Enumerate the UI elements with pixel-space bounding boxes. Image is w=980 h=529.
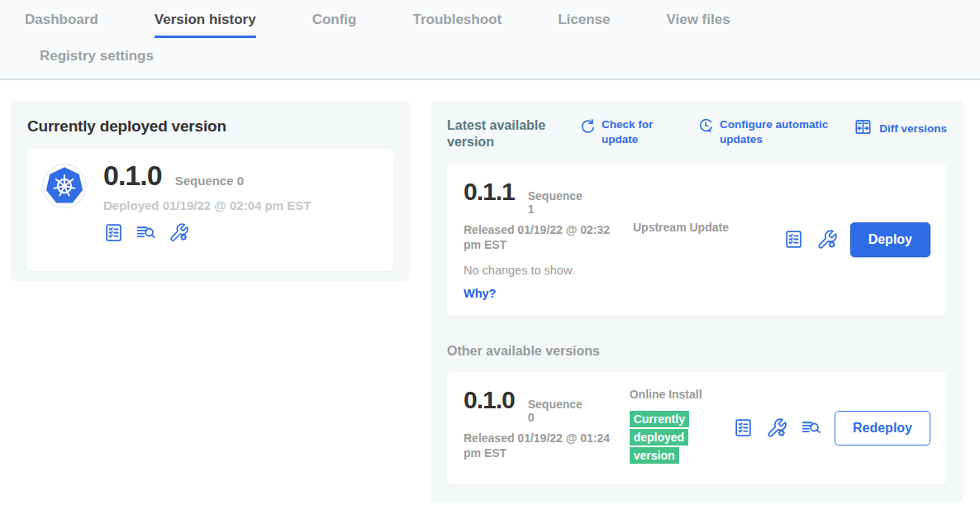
- currently-deployed-title: Currently deployed version: [27, 117, 393, 136]
- check-for-update-link[interactable]: Check for update: [579, 117, 664, 146]
- tab-dashboard[interactable]: Dashboard: [25, 12, 98, 36]
- available-versions-panel: Latest available version Check for updat…: [431, 101, 963, 503]
- top-navigation: Dashboard Version history Config Trouble…: [0, 0, 980, 80]
- deploy-button[interactable]: Deploy: [850, 222, 930, 257]
- config-icon[interactable]: [766, 417, 787, 439]
- diff-versions-link[interactable]: Diff versions: [854, 117, 947, 140]
- other-version-number: 0.1.0: [464, 387, 515, 413]
- logs-icon[interactable]: [800, 417, 822, 438]
- deployed-version-number: 0.1.0: [103, 160, 162, 191]
- config-icon[interactable]: [168, 222, 190, 243]
- tab-version-history[interactable]: Version history: [155, 12, 256, 38]
- deployed-actions: [103, 222, 311, 243]
- other-source-label: Online Install: [630, 388, 702, 401]
- nav-row-1: Dashboard Version history Config Trouble…: [25, 12, 980, 38]
- tab-license[interactable]: License: [558, 12, 610, 36]
- no-changes-text: No changes to show.: [464, 264, 633, 277]
- release-notes-icon[interactable]: [103, 222, 124, 243]
- deployed-sequence-label: Sequence 0: [175, 174, 244, 188]
- config-icon[interactable]: [816, 229, 838, 250]
- other-version-card: 0.1.0 Sequence 0 Released 01/19/22 @ 01:…: [447, 372, 947, 484]
- diff-icon: [854, 117, 873, 140]
- other-source-column: Online Install Currently deployed versio…: [630, 387, 733, 469]
- latest-version-number: 0.1.1: [464, 179, 515, 205]
- deployed-version-info: 0.1.0 Sequence 0 Deployed 01/19/22 @ 02:…: [103, 160, 311, 260]
- other-versions-title: Other available versions: [447, 344, 947, 359]
- check-for-update-label: Check for update: [602, 117, 664, 146]
- refresh-icon: [579, 117, 596, 137]
- latest-version-info: 0.1.1 Sequence 1 Released 01/19/22 @ 02:…: [464, 179, 633, 301]
- diff-versions-label: Diff versions: [879, 122, 947, 136]
- tab-view-files[interactable]: View files: [666, 12, 730, 36]
- logs-icon[interactable]: [135, 222, 157, 243]
- currently-deployed-badge: Currently deployed version: [630, 411, 689, 464]
- latest-source-label: Upstream Update: [633, 220, 739, 301]
- configure-automatic-updates-link[interactable]: Configure automatic updates: [697, 117, 844, 146]
- latest-available-header: Latest available version Check for updat…: [447, 117, 947, 150]
- currently-deployed-badge-wrap: Currently deployed version: [630, 410, 697, 465]
- latest-card-actions: Deploy: [783, 179, 930, 301]
- redeploy-button[interactable]: Redeploy: [835, 411, 930, 446]
- tab-config[interactable]: Config: [312, 12, 357, 36]
- schedule-icon: [697, 117, 714, 137]
- latest-available-title: Latest available version: [447, 117, 561, 150]
- release-notes-icon[interactable]: [783, 229, 804, 250]
- kubernetes-logo-icon: [42, 164, 87, 208]
- deployed-timestamp: Deployed 01/19/22 @ 02:04 pm EST: [103, 198, 311, 212]
- configure-automatic-updates-label: Configure automatic updates: [720, 117, 844, 146]
- release-notes-icon[interactable]: [733, 417, 754, 438]
- latest-released-timestamp: Released 01/19/22 @ 02:32 pm EST: [464, 222, 614, 252]
- latest-sequence-label: Sequence 1: [528, 189, 588, 216]
- deployed-version-card: 0.1.0 Sequence 0 Deployed 01/19/22 @ 02:…: [27, 149, 393, 271]
- other-card-actions: Redeploy: [733, 387, 930, 469]
- other-released-timestamp: Released 01/19/22 @ 01:24 pm EST: [464, 431, 614, 460]
- latest-version-card: 0.1.1 Sequence 1 Released 01/19/22 @ 02:…: [447, 164, 947, 316]
- why-link[interactable]: Why?: [464, 287, 496, 300]
- tab-registry-settings[interactable]: Registry settings: [40, 48, 154, 71]
- other-version-info: 0.1.0 Sequence 0 Released 01/19/22 @ 01:…: [464, 387, 630, 469]
- other-sequence-label: Sequence 0: [528, 398, 588, 424]
- nav-row-2: Registry settings: [40, 48, 980, 64]
- tab-troubleshoot[interactable]: Troubleshoot: [412, 12, 502, 36]
- currently-deployed-panel: Currently deployed version: [11, 101, 410, 281]
